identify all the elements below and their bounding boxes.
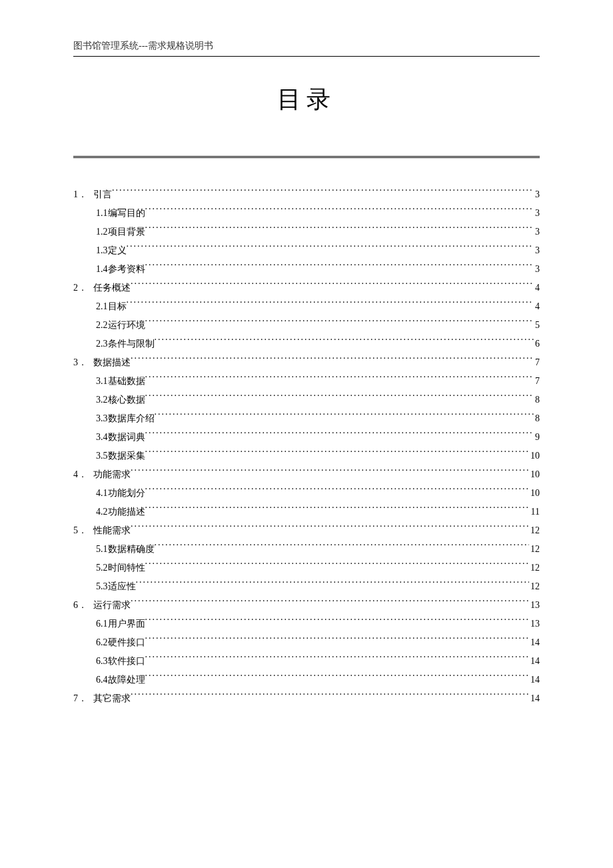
- toc-entry-label: 硬件接口: [108, 633, 145, 652]
- toc-entry-page: 8: [534, 409, 540, 428]
- toc-leader-dots: [112, 188, 534, 197]
- toc-leader-dots: [127, 300, 534, 309]
- toc-entry-number: 1.3: [96, 241, 108, 260]
- toc-leader-dots: [131, 356, 534, 365]
- toc-entry-label: 目标: [108, 297, 127, 316]
- toc-entry-label: 数据采集: [108, 447, 145, 465]
- toc-entry-label: 基础数据: [108, 372, 145, 391]
- toc-entry-number: 2.3: [96, 335, 108, 353]
- toc-entry: 1.4 参考资料3: [73, 260, 540, 279]
- toc-entry: 4.1 功能划分10: [73, 484, 540, 503]
- toc-entry-number: 6.1: [96, 615, 108, 633]
- toc-entry-number: 4.1: [96, 484, 108, 503]
- toc-entry-page: 5: [534, 316, 540, 335]
- toc-entry-number: 7．: [73, 689, 93, 708]
- toc-entry-number: 3.2: [96, 391, 108, 409]
- toc-entry-page: 10: [529, 484, 540, 503]
- toc-leader-dots: [145, 636, 530, 645]
- toc-leader-dots: [145, 449, 530, 459]
- toc-entry-number: 5.3: [96, 577, 108, 596]
- toc-entry-label: 项目背景: [108, 223, 145, 241]
- toc-entry-number: 1.2: [96, 223, 108, 241]
- toc-entry-label: 任务概述: [93, 279, 131, 297]
- toc-entry: 1.2 项目背景3: [73, 223, 540, 241]
- toc-entry: 4．功能需求10: [73, 465, 540, 484]
- toc-entry-label: 数据库介绍: [108, 409, 155, 428]
- toc-leader-dots: [145, 263, 534, 272]
- toc-entry: 3.5 数据采集10: [73, 447, 540, 465]
- toc-entry: 3.3 数据库介绍8: [73, 409, 540, 428]
- toc-entry-label: 数据词典: [108, 428, 145, 447]
- toc-entry-page: 10: [529, 465, 540, 484]
- toc-entry-page: 3: [534, 223, 540, 241]
- toc-entry-page: 11: [530, 503, 540, 521]
- toc-entry-number: 6.2: [96, 633, 108, 652]
- toc-entry-label: 时间特性: [108, 559, 145, 577]
- toc-entry-page: 12: [529, 521, 540, 540]
- toc-leader-dots: [131, 281, 534, 291]
- toc-entry-label: 适应性: [108, 577, 136, 596]
- toc-entry-label: 其它需求: [93, 689, 131, 708]
- toc-leader-dots: [145, 207, 534, 216]
- toc-leader-dots: [145, 225, 534, 235]
- document-page: 图书馆管理系统---需求规格说明书 目录 1．引言31.1 编写目的31.2 项…: [0, 0, 613, 748]
- toc-entry: 4.2 功能描述11: [73, 503, 540, 521]
- page-header: 图书馆管理系统---需求规格说明书: [73, 40, 540, 57]
- toc-entry-label: 软件接口: [108, 652, 145, 671]
- toc-entry-label: 参考资料: [108, 260, 145, 279]
- toc-entry-page: 13: [529, 596, 540, 615]
- toc-entry-label: 运行环境: [108, 316, 145, 335]
- toc-leader-dots: [136, 580, 530, 589]
- toc-leader-dots: [131, 468, 529, 477]
- toc-entry-page: 7: [534, 353, 540, 372]
- toc-entry: 6．运行需求13: [73, 596, 540, 615]
- toc-entry-page: 3: [534, 204, 540, 223]
- toc-leader-dots: [145, 319, 534, 328]
- toc-leader-dots: [145, 505, 530, 515]
- toc-entry-label: 用户界面: [108, 615, 145, 633]
- toc-leader-dots: [145, 561, 530, 571]
- toc-entry: 6.2 硬件接口14: [73, 633, 540, 652]
- toc-entry-page: 3: [534, 260, 540, 279]
- toc-leader-dots: [131, 524, 529, 533]
- toc-entry: 5.2 时间特性12: [73, 559, 540, 577]
- toc-entry-page: 14: [529, 652, 540, 671]
- toc-entry-label: 核心数据: [108, 391, 145, 409]
- title-divider: [73, 156, 540, 159]
- table-of-contents: 1．引言31.1 编写目的31.2 项目背景31.3 定义31.4 参考资料32…: [73, 185, 540, 708]
- toc-entry-number: 3.3: [96, 409, 108, 428]
- toc-leader-dots: [127, 244, 534, 253]
- toc-entry: 5．性能需求12: [73, 521, 540, 540]
- toc-entry-number: 4.2: [96, 503, 108, 521]
- toc-entry-label: 功能需求: [93, 465, 131, 484]
- toc-leader-dots: [131, 692, 529, 701]
- toc-entry-number: 6.3: [96, 652, 108, 671]
- toc-leader-dots: [155, 337, 534, 347]
- toc-entry: 7．其它需求14: [73, 689, 540, 708]
- toc-entry-number: 3.5: [96, 447, 108, 465]
- toc-entry-label: 定义: [108, 241, 127, 260]
- toc-entry-page: 12: [529, 577, 540, 596]
- toc-leader-dots: [145, 487, 530, 496]
- toc-entry-number: 2．: [73, 279, 93, 297]
- toc-entry-page: 13: [529, 615, 540, 633]
- toc-entry: 6.1 用户界面13: [73, 615, 540, 633]
- toc-entry-number: 4．: [73, 465, 93, 484]
- toc-entry-page: 12: [529, 559, 540, 577]
- toc-leader-dots: [145, 375, 534, 384]
- toc-entry-number: 3.1: [96, 372, 108, 391]
- toc-entry: 6.4 故障处理14: [73, 671, 540, 689]
- toc-entry-page: 4: [534, 279, 540, 297]
- toc-entry: 2．任务概述4: [73, 279, 540, 297]
- toc-entry: 3．数据描述7: [73, 353, 540, 372]
- toc-leader-dots: [145, 655, 530, 664]
- toc-entry-page: 14: [529, 633, 540, 652]
- toc-entry: 5.1 数据精确度12: [73, 540, 540, 559]
- toc-entry: 1．引言3: [73, 185, 540, 204]
- toc-entry-label: 编写目的: [108, 204, 145, 223]
- toc-entry-label: 功能描述: [108, 503, 145, 521]
- toc-entry-label: 引言: [93, 185, 112, 204]
- toc-entry: 2.1 目标4: [73, 297, 540, 316]
- toc-leader-dots: [155, 412, 534, 421]
- toc-entry-number: 5.1: [96, 540, 108, 559]
